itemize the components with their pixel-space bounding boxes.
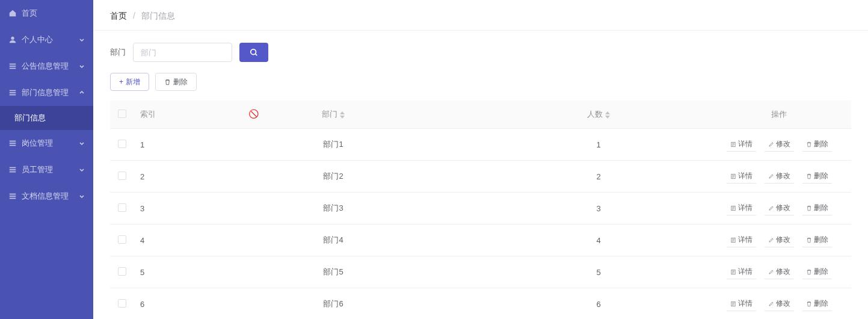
cell-dept: 部门2 [176, 161, 490, 193]
edit-icon [768, 173, 774, 179]
cell-dept: 部门3 [176, 193, 490, 225]
edit-icon [768, 141, 774, 147]
col-count[interactable]: 人数 [490, 101, 707, 129]
add-button[interactable]: +新增 [110, 73, 149, 91]
sidebar-item-department[interactable]: 部门信息管理 [0, 79, 93, 106]
trash-icon [806, 301, 812, 307]
trash-icon [164, 79, 171, 85]
col-index[interactable]: 索引 [134, 101, 176, 129]
list-icon [8, 166, 17, 174]
sidebar-item-position[interactable]: 岗位管理 [0, 130, 93, 156]
row-checkbox[interactable] [118, 203, 126, 212]
edit-icon [768, 205, 774, 211]
edit-icon [768, 237, 774, 243]
detail-action[interactable]: 详情 [727, 201, 756, 215]
plus-icon: + [119, 78, 123, 86]
cell-index: 2 [134, 161, 176, 193]
sidebar: 首页 个人中心 公告信息管理 部门信息管理 部门信息 岗位管理 员工管理 文档信… [0, 0, 93, 319]
doc-icon [730, 301, 736, 307]
home-icon [8, 9, 17, 17]
select-all-checkbox[interactable] [118, 110, 126, 118]
sidebar-item-profile[interactable]: 个人中心 [0, 26, 93, 53]
delete-action[interactable]: 删除 [802, 201, 832, 215]
delete-action[interactable]: 删除 [802, 137, 832, 152]
delete-action[interactable]: 删除 [802, 297, 832, 311]
table-row: 4部门44详情修改删除 [110, 225, 851, 256]
row-checkbox[interactable] [118, 235, 126, 244]
filter-row: 部门 [110, 43, 851, 62]
trash-icon [806, 237, 812, 243]
data-table: 索引 部门 人数 操作 1部门11详情修改删除2部门22详情修改删除3部门33详… [110, 101, 851, 319]
edit-action[interactable]: 修改 [765, 265, 794, 279]
cell-count: 2 [490, 161, 707, 193]
sidebar-sub-dept-info[interactable]: 部门信息 [0, 106, 93, 130]
breadcrumb-root[interactable]: 首页 [110, 11, 127, 20]
cell-count: 4 [490, 225, 707, 256]
sidebar-item-announcement[interactable]: 公告信息管理 [0, 53, 93, 79]
edit-icon [768, 269, 774, 275]
cell-dept: 部门4 [176, 225, 490, 256]
sort-icon[interactable] [605, 111, 610, 119]
doc-icon [730, 237, 736, 243]
sidebar-label: 首页 [22, 8, 37, 19]
sidebar-label: 员工管理 [22, 164, 53, 175]
sort-icon[interactable] [340, 111, 345, 119]
doc-icon [730, 269, 736, 275]
chevron-down-icon [79, 140, 85, 146]
svg-rect-5 [10, 92, 16, 93]
chevron-down-icon [79, 37, 85, 43]
delete-action[interactable]: 删除 [802, 169, 832, 184]
delete-action[interactable]: 删除 [802, 265, 832, 279]
row-checkbox[interactable] [118, 267, 126, 276]
edit-action[interactable]: 修改 [765, 201, 794, 215]
cell-index: 1 [134, 129, 176, 161]
sidebar-item-home[interactable]: 首页 [0, 0, 93, 26]
cell-dept: 部门6 [176, 288, 490, 320]
cell-count: 1 [490, 129, 707, 161]
list-icon [8, 62, 17, 70]
svg-rect-9 [10, 145, 16, 146]
edit-action[interactable]: 修改 [765, 137, 794, 152]
col-dept[interactable]: 部门 [176, 101, 490, 129]
svg-rect-3 [10, 68, 16, 69]
detail-action[interactable]: 详情 [727, 297, 756, 311]
doc-icon [730, 205, 736, 211]
row-checkbox[interactable] [118, 172, 126, 180]
chevron-down-icon [79, 193, 85, 199]
edit-action[interactable]: 修改 [765, 169, 794, 184]
sidebar-item-document[interactable]: 文档信息管理 [0, 183, 93, 209]
row-checkbox[interactable] [118, 140, 126, 148]
cell-index: 4 [134, 225, 176, 256]
edit-action[interactable]: 修改 [765, 233, 794, 247]
svg-rect-15 [10, 198, 16, 199]
sidebar-label: 部门信息管理 [22, 87, 69, 98]
table-row: 1部门11详情修改删除 [110, 129, 851, 161]
delete-action[interactable]: 删除 [802, 233, 832, 247]
breadcrumb-sep: / [133, 11, 135, 20]
breadcrumb: 首页 / 部门信息 [93, 0, 868, 31]
delete-button[interactable]: 删除 [155, 73, 197, 91]
svg-rect-1 [10, 64, 16, 65]
sidebar-item-employee[interactable]: 员工管理 [0, 156, 93, 183]
edit-action[interactable]: 修改 [765, 297, 794, 311]
row-checkbox[interactable] [118, 299, 126, 308]
trash-icon [806, 205, 812, 211]
svg-rect-2 [10, 66, 16, 67]
detail-action[interactable]: 详情 [727, 169, 756, 184]
svg-rect-10 [10, 167, 16, 169]
cell-count: 3 [490, 193, 707, 225]
detail-action[interactable]: 详情 [727, 233, 756, 247]
svg-rect-13 [10, 194, 16, 195]
table-row: 6部门66详情修改删除 [110, 288, 851, 320]
cell-index: 3 [134, 193, 176, 225]
dept-filter-input[interactable] [133, 43, 232, 62]
cell-index: 6 [134, 288, 176, 320]
detail-action[interactable]: 详情 [727, 137, 756, 152]
svg-point-16 [251, 49, 256, 55]
svg-rect-6 [10, 94, 16, 96]
cell-dept: 部门5 [176, 256, 490, 288]
detail-action[interactable]: 详情 [727, 265, 756, 279]
search-button[interactable] [239, 43, 268, 62]
trash-icon [806, 141, 812, 147]
main: 首页 / 部门信息 部门 +新增 删除 🚫 索引 部门 人数 操作 [93, 0, 868, 319]
